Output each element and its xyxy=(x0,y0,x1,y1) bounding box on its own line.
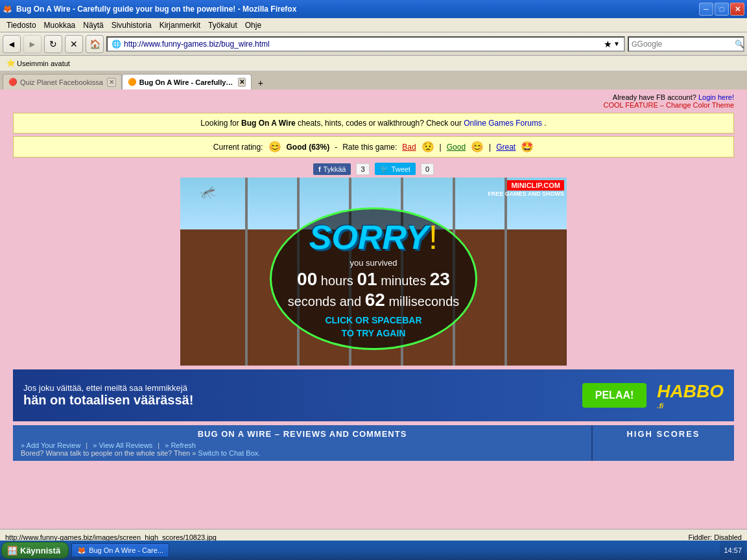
taskbar-favicon: 🦊 xyxy=(77,546,86,555)
refresh-link[interactable]: » Refresh xyxy=(165,441,196,449)
good-emoji: 😊 xyxy=(471,141,484,153)
sorry-text: SORRY! xyxy=(309,218,438,257)
address-bar[interactable]: 🌐 http://www.funny-games.biz/bug_wire.ht… xyxy=(106,36,625,52)
game-wrapper: f Tykkää 3 🐦 Tweet 0 xyxy=(13,160,734,366)
cool-feature-text[interactable]: COOL FEATURE – Change Color Theme xyxy=(603,101,734,109)
titlebar-title: Bug On A Wire - Carefully guide your bug… xyxy=(16,5,699,14)
tabbar: 🔴 Quiz Planet Facebookissa ✕ 🟠 Bug On A … xyxy=(0,71,747,89)
search-bar[interactable]: G 🔍 xyxy=(628,36,744,52)
tweet-button[interactable]: 🐦 Tweet xyxy=(375,163,416,175)
search-icon[interactable]: 🔍 xyxy=(735,40,744,49)
click-line1: CLICK OR SPACEBAR xyxy=(325,314,421,327)
menubar: Tiedosto Muokkaa Näytä Sivuhistoria Kirj… xyxy=(0,18,747,32)
address-dropdown-icon[interactable]: ▼ xyxy=(613,40,620,47)
bookmarks-text: Useimmin avatut xyxy=(17,60,70,67)
tab-quiz-planet[interactable]: 🔴 Quiz Planet Facebookissa ✕ xyxy=(3,74,122,89)
rating-bar: Current rating: 😊 Good (63%) - Rate this… xyxy=(13,136,734,158)
rating-sep1: - xyxy=(335,143,337,152)
game-canvas[interactable]: 🦟 MINICLIP.COM FREE GAMES AND SHOWS SORR… xyxy=(180,178,567,366)
hours-label: hours xyxy=(321,274,353,288)
pelaa-button[interactable]: PELAA! xyxy=(582,383,647,408)
menu-sivuhistoria[interactable]: Sivuhistoria xyxy=(108,19,156,31)
habbo-logo: HABBO xyxy=(657,381,724,402)
login-text: Already have FB account? xyxy=(613,93,696,101)
info-text-middle: cheats, hints, codes or walkthrough? Che… xyxy=(298,119,462,128)
minutes-value: 01 xyxy=(357,269,377,289)
google-icon: G xyxy=(632,40,637,48)
taskbar: 🪟 Käynnistä 🦊 Bug On A Wire - Care... 14… xyxy=(0,541,747,560)
great-emoji: 🤩 xyxy=(521,141,534,153)
info-bold-text: Bug On A Wire xyxy=(241,119,296,128)
page-content: Already have FB account? Login here! COO… xyxy=(0,89,747,544)
login-area: Already have FB account? Login here! COO… xyxy=(0,92,747,110)
rate-bad-link[interactable]: Bad xyxy=(402,143,416,152)
ad-line2: hän on totaalisen väärässä! xyxy=(23,393,572,408)
search-input[interactable] xyxy=(637,40,735,49)
seconds-value: 23 xyxy=(430,269,450,289)
twitter-icon: 🐦 xyxy=(380,165,389,173)
info-text-before: Looking for xyxy=(200,119,239,128)
hours-value: 00 xyxy=(297,269,317,289)
bookmarks-icon: ⭐ xyxy=(6,59,16,67)
like-count: 3 xyxy=(356,163,369,175)
sep-2: | xyxy=(158,441,160,449)
titlebar-buttons: ─ □ ✕ xyxy=(699,3,744,16)
menu-tiedosto[interactable]: Tiedosto xyxy=(3,19,40,31)
ad-line1: Jos joku väittää, ettei meiltä saa lemmi… xyxy=(23,383,572,393)
menu-muokkaa[interactable]: Muokkaa xyxy=(40,19,80,31)
bookmarks-label[interactable]: ⭐ Useimmin avatut xyxy=(3,58,74,69)
facebook-like-button[interactable]: f Tykkää xyxy=(313,163,351,175)
taskbar-window-label: Bug On A Wire - Care... xyxy=(89,546,163,554)
milliseconds-value: 62 xyxy=(365,290,385,310)
new-tab-button[interactable]: + xyxy=(254,76,267,89)
reviews-section: BUG ON A WIRE – REVIEWS AND COMMENTS » A… xyxy=(13,425,734,461)
rating-sep2: | xyxy=(440,143,442,152)
powerline-6 xyxy=(504,178,507,366)
chat-box-link[interactable]: Switch to Chat Box. xyxy=(198,449,260,457)
login-link[interactable]: Login here! xyxy=(698,93,734,101)
bored-text: Bored? Wanna talk to people on the whole… xyxy=(21,449,584,457)
ad-banner[interactable]: Jos joku väittää, ettei meiltä saa lemmi… xyxy=(13,369,734,421)
rating-emoji: 😊 xyxy=(268,141,281,153)
navbar: ◄ ► ↻ ✕ 🏠 🌐 http://www.funny-games.biz/b… xyxy=(0,32,747,56)
close-button[interactable]: ✕ xyxy=(730,3,744,16)
back-button[interactable]: ◄ xyxy=(3,35,21,53)
browser-content: Already have FB account? Login here! COO… xyxy=(0,89,747,544)
fiddler-status: Fiddler: Disabled xyxy=(688,533,742,541)
windows-icon: 🪟 xyxy=(7,546,18,555)
taskbar-window-bug[interactable]: 🦊 Bug On A Wire - Care... xyxy=(71,543,169,557)
maximize-button[interactable]: □ xyxy=(715,3,729,16)
reviews-left: BUG ON A WIRE – REVIEWS AND COMMENTS » A… xyxy=(13,425,591,461)
reload-button[interactable]: ↻ xyxy=(44,35,62,53)
tab-favicon-0: 🔴 xyxy=(8,78,18,86)
you-survived-text: you survived xyxy=(350,258,397,268)
tab-bug-wire[interactable]: 🟠 Bug On A Wire - Carefully guide y... ✕ xyxy=(122,74,252,89)
rating-label: Current rating: xyxy=(213,143,263,152)
rate-great-link[interactable]: Great xyxy=(496,143,516,152)
address-star-icon[interactable]: ★ xyxy=(604,39,612,49)
time-display: 00 hours 01 minutes 23 seconds and 62 mi… xyxy=(272,269,475,310)
miniclip-logo: MINICLIP.COM xyxy=(507,180,564,191)
menu-kirjanmerkit[interactable]: Kirjanmerkit xyxy=(156,19,204,31)
menu-ohje[interactable]: Ohje xyxy=(241,19,265,31)
sorry-overlay[interactable]: SORRY! you survived 00 hours 01 minutes … xyxy=(270,207,477,350)
home-button[interactable]: 🏠 xyxy=(86,35,104,53)
view-reviews-link[interactable]: » View All Reviews xyxy=(93,441,152,449)
high-scores-title: HIGH SCORES xyxy=(626,429,700,439)
menu-tyokalut[interactable]: Työkalut xyxy=(204,19,241,31)
rate-good-link[interactable]: Good xyxy=(447,143,466,152)
taskbar-right: 14:57 xyxy=(720,541,746,560)
stop-button[interactable]: ✕ xyxy=(65,35,83,53)
tab-label-1: Bug On A Wire - Carefully guide y... xyxy=(139,78,234,86)
sep-1: | xyxy=(86,441,88,449)
add-review-link[interactable]: » Add Your Review xyxy=(21,441,80,449)
tab-close-0[interactable]: ✕ xyxy=(107,78,116,87)
rate-label: Rate this game: xyxy=(342,143,397,152)
online-forums-link[interactable]: Online Games Forums xyxy=(464,119,542,128)
tab-close-1[interactable]: ✕ xyxy=(238,78,246,87)
forward-button[interactable]: ► xyxy=(23,35,42,53)
minimize-button[interactable]: ─ xyxy=(699,3,713,16)
start-button[interactable]: 🪟 Käynnistä xyxy=(1,542,69,559)
click-line2: TO TRY AGAIN xyxy=(325,327,421,340)
menu-nayta[interactable]: Näytä xyxy=(79,19,107,31)
